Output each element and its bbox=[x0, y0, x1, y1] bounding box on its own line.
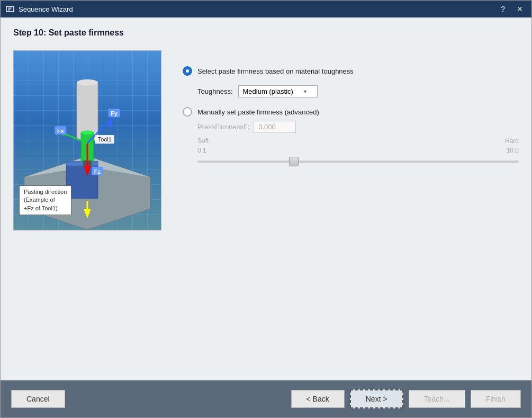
next-button[interactable]: Next > bbox=[350, 389, 403, 408]
slider-labels: Soft Hard bbox=[197, 137, 519, 145]
main-window: Sequence Wizard ? ✕ Step 10: Set paste f… bbox=[0, 0, 532, 418]
image-canvas: Fx Fy Fz Tool1 Pasting direction (Exampl… bbox=[14, 51, 161, 230]
annotation-box: Pasting direction (Example of +Fz of Too… bbox=[19, 185, 71, 215]
auto-option-label: Select paste firmness based on material … bbox=[197, 67, 354, 75]
toughness-dropdown[interactable]: Medium (plastic) ▾ bbox=[238, 85, 318, 97]
finish-button[interactable]: Finish bbox=[471, 390, 521, 408]
dropdown-arrow-icon: ▾ bbox=[304, 88, 306, 94]
svg-text:Fz: Fz bbox=[94, 168, 101, 175]
window-title: Sequence Wizard bbox=[19, 5, 73, 13]
title-bar-left: Sequence Wizard bbox=[6, 5, 73, 13]
manual-option-label: Manually set paste firmness (advanced) bbox=[197, 108, 319, 116]
soft-label: Soft bbox=[197, 137, 209, 145]
press-firmness-input[interactable] bbox=[254, 121, 296, 133]
illustration-panel: Fx Fy Fz Tool1 Pasting direction (Exampl… bbox=[13, 50, 161, 230]
window-icon bbox=[6, 5, 14, 13]
manual-option-row[interactable]: Manually set paste firmness (advanced) bbox=[183, 107, 519, 117]
close-button[interactable]: ✕ bbox=[513, 4, 526, 14]
main-body: Fx Fy Fz Tool1 Pasting direction (Exampl… bbox=[13, 50, 519, 370]
annotation-line1: Pasting direction bbox=[24, 189, 67, 195]
toughness-label: Toughness: bbox=[197, 87, 233, 95]
press-firmness-row: PressFirmnessF: bbox=[183, 121, 519, 133]
svg-marker-16 bbox=[107, 117, 114, 129]
svg-text:Fx: Fx bbox=[57, 128, 64, 134]
svg-point-9 bbox=[77, 79, 98, 86]
title-bar-controls: ? ✕ bbox=[498, 4, 526, 14]
slider-values: 0.1 10.0 bbox=[197, 147, 519, 154]
svg-text:Tool1: Tool1 bbox=[98, 136, 112, 143]
help-button[interactable]: ? bbox=[498, 4, 508, 14]
cancel-button[interactable]: Cancel bbox=[11, 390, 65, 408]
slider-section: Soft Hard 0.1 10.0 bbox=[183, 137, 519, 167]
hard-value: 10.0 bbox=[507, 147, 519, 154]
content-area: Step 10: Set paste firmness bbox=[1, 17, 531, 380]
auto-option-row[interactable]: Select paste firmness based on material … bbox=[183, 66, 519, 76]
slider-track[interactable] bbox=[197, 156, 519, 167]
hard-label: Hard bbox=[505, 137, 519, 145]
back-button[interactable]: < Back bbox=[291, 390, 345, 408]
auto-radio[interactable] bbox=[183, 66, 192, 76]
step-title: Step 10: Set paste firmness bbox=[13, 28, 519, 38]
annotation-line2: (Example of bbox=[24, 197, 55, 203]
svg-point-11 bbox=[81, 130, 94, 135]
toughness-value: Medium (plastic) bbox=[243, 87, 293, 95]
title-bar: Sequence Wizard ? ✕ bbox=[1, 1, 531, 17]
press-firmness-label: PressFirmnessF: bbox=[197, 123, 249, 131]
svg-rect-7 bbox=[66, 162, 98, 166]
annotation-line3: +Fz of Tool1) bbox=[24, 205, 58, 211]
manual-section: Manually set paste firmness (advanced) P… bbox=[183, 107, 519, 167]
svg-text:Fy: Fy bbox=[111, 110, 118, 117]
options-panel: Select paste firmness based on material … bbox=[183, 50, 519, 167]
slider-bar bbox=[197, 161, 519, 163]
manual-radio[interactable] bbox=[183, 107, 192, 117]
teach-button[interactable]: Teach... bbox=[409, 390, 465, 408]
slider-thumb[interactable] bbox=[289, 157, 299, 166]
toughness-row: Toughness: Medium (plastic) ▾ bbox=[183, 85, 519, 97]
soft-value: 0.1 bbox=[197, 147, 206, 154]
bottom-bar: Cancel < Back Next > Teach... Finish bbox=[1, 380, 531, 417]
